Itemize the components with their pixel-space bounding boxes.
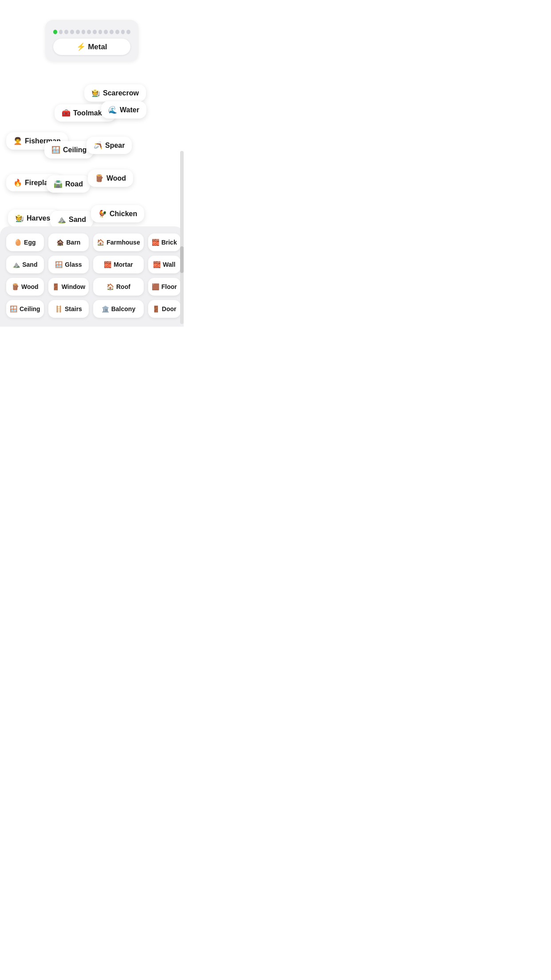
- wall-emoji: 🧱: [153, 261, 161, 268]
- mortar-emoji: 🧱: [104, 261, 111, 268]
- water-emoji: 🌊: [108, 106, 117, 114]
- bottom-item-roof[interactable]: 🏠Roof: [93, 278, 143, 296]
- brick-label: Brick: [161, 239, 177, 246]
- bottom-item-wall[interactable]: 🧱Wall: [148, 256, 181, 273]
- intro-card: ⚡ Metal: [45, 20, 138, 61]
- floating-item-water[interactable]: 🌊Water: [101, 101, 146, 119]
- progress-dot-12: [121, 30, 125, 34]
- road-label: Road: [65, 180, 83, 188]
- metal-button[interactable]: ⚡ Metal: [53, 39, 130, 55]
- bottom-item-barn[interactable]: 🏚️Barn: [48, 233, 89, 251]
- farmhouse-emoji: 🏠: [97, 239, 104, 246]
- egg-emoji: 🥚: [14, 239, 22, 246]
- wood-emoji: 🪵: [95, 174, 104, 182]
- floating-item-scarecrow[interactable]: 🧑‍🌾Scarecrow: [84, 84, 146, 102]
- floating-item-wood[interactable]: 🪵Wood: [88, 170, 133, 187]
- window-emoji: 🚪: [52, 283, 59, 290]
- stairs-emoji: 🪜: [55, 305, 63, 312]
- scrollbar-thumb[interactable]: [180, 246, 184, 273]
- bottom-item-brick[interactable]: 🧱Brick: [148, 233, 181, 251]
- fisherman-emoji: 🧑‍🦱: [13, 137, 22, 145]
- progress-dot-6: [87, 30, 91, 34]
- balcony-label: Balcony: [111, 305, 135, 312]
- toolmaker-emoji: 🧰: [62, 109, 71, 117]
- bottom-item-door[interactable]: 🚪Door: [148, 300, 181, 318]
- egg-label: Egg: [24, 239, 35, 246]
- sand-emoji: ⛰️: [12, 261, 20, 268]
- glass-label: Glass: [65, 261, 82, 268]
- brick-emoji: 🧱: [152, 239, 159, 246]
- ceiling2-emoji: 🪟: [10, 305, 17, 312]
- progress-dot-9: [104, 30, 108, 34]
- scarecrow-emoji: 🧑‍🌾: [91, 89, 100, 97]
- road-emoji: 🛣️: [54, 180, 63, 188]
- floating-item-sand1[interactable]: ⛰️Sand: [50, 211, 93, 228]
- progress-dot-7: [93, 30, 97, 34]
- barn-emoji: 🏚️: [56, 239, 64, 246]
- ceiling-emoji: 🪟: [51, 146, 60, 154]
- spear-emoji: 🪃: [94, 141, 102, 150]
- floor-emoji: 🟫: [152, 283, 159, 290]
- water-label: Water: [120, 106, 139, 114]
- bottom-item-glass[interactable]: 🪟Glass: [48, 256, 89, 273]
- progress-dot-10: [110, 30, 114, 34]
- progress-dot-5: [82, 30, 86, 34]
- progress-dot-1: [59, 30, 63, 34]
- door-label: Door: [162, 305, 177, 312]
- harvest-emoji: 🧑‍🌾: [15, 214, 24, 222]
- sand1-emoji: ⛰️: [57, 215, 66, 224]
- floor-label: Floor: [161, 283, 177, 290]
- progress-dot-13: [126, 30, 130, 34]
- glass-emoji: 🪟: [55, 261, 63, 268]
- farmhouse-label: Farmhouse: [106, 239, 140, 246]
- roof-emoji: 🏠: [106, 283, 114, 290]
- sand1-label: Sand: [69, 216, 86, 224]
- bottom-item-mortar[interactable]: 🧱Mortar: [93, 256, 143, 273]
- bottom-panel: 🥚Egg🏚️Barn🏠Farmhouse🧱Brick⛰️Sand🪟Glass🧱M…: [0, 226, 184, 327]
- progress-dot-3: [70, 30, 74, 34]
- progress-dot-2: [64, 30, 68, 34]
- mortar-label: Mortar: [114, 261, 133, 268]
- bottom-item-wood2[interactable]: 🪵Wood: [6, 278, 44, 296]
- door-emoji: 🚪: [152, 305, 160, 312]
- wood2-label: Wood: [21, 283, 39, 290]
- bottom-item-sand[interactable]: ⛰️Sand: [6, 256, 44, 273]
- wood2-emoji: 🪵: [12, 283, 19, 290]
- wood-label: Wood: [106, 174, 126, 182]
- bottom-item-ceiling2[interactable]: 🪟Ceiling: [6, 300, 44, 318]
- scarecrow-label: Scarecrow: [103, 89, 139, 97]
- fireplace-emoji: 🔥: [13, 178, 22, 187]
- bottom-item-floor[interactable]: 🟫Floor: [148, 278, 181, 296]
- spear-label: Spear: [105, 142, 125, 150]
- progress-dot-8: [98, 30, 102, 34]
- wall-label: Wall: [163, 261, 175, 268]
- progress-dot-0: [53, 30, 57, 34]
- progress-dot-11: [115, 30, 119, 34]
- scrollbar[interactable]: [180, 151, 184, 324]
- sand-label: Sand: [22, 261, 37, 268]
- roof-label: Roof: [116, 283, 130, 290]
- harvest-label: Harvest: [27, 214, 53, 222]
- ceiling-label: Ceiling: [63, 146, 87, 154]
- ceiling2-label: Ceiling: [20, 305, 40, 312]
- floating-item-road[interactable]: 🛣️Road: [47, 175, 90, 193]
- bottom-item-egg[interactable]: 🥚Egg: [6, 233, 44, 251]
- barn-label: Barn: [66, 239, 80, 246]
- bottom-item-window[interactable]: 🚪Window: [48, 278, 89, 296]
- balcony-emoji: 🏛️: [102, 305, 109, 312]
- floating-item-chicken[interactable]: 🐓Chicken: [91, 205, 144, 222]
- progress-dot-4: [76, 30, 80, 34]
- bottom-item-balcony[interactable]: 🏛️Balcony: [93, 300, 143, 318]
- chicken-emoji: 🐓: [98, 209, 107, 218]
- chicken-label: Chicken: [110, 210, 137, 218]
- floating-item-spear[interactable]: 🪃Spear: [87, 137, 132, 154]
- bottom-item-farmhouse[interactable]: 🏠Farmhouse: [93, 233, 143, 251]
- stairs-label: Stairs: [65, 305, 82, 312]
- window-label: Window: [62, 283, 86, 290]
- bottom-item-stairs[interactable]: 🪜Stairs: [48, 300, 89, 318]
- progress-row: [53, 30, 130, 34]
